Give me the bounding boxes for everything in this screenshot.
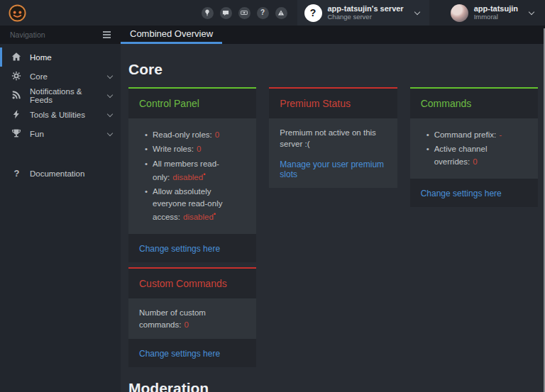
chevron-down-icon	[107, 111, 113, 116]
change-settings-link[interactable]: Change settings here	[139, 349, 220, 359]
status-list: Read-only roles:0 Write roles:0 All memb…	[139, 129, 246, 223]
status-value: 0	[184, 320, 188, 329]
change-settings-link[interactable]: Change settings here	[139, 244, 220, 254]
card-title: Premium Status	[280, 98, 386, 109]
sidebar: Home Core	[0, 44, 121, 392]
status-dot: •	[203, 171, 205, 178]
card-premium-status: Premium Status Premium not active on thi…	[269, 87, 397, 188]
sidebar-item-label: Core	[30, 72, 102, 81]
user-menu[interactable]: app-tatsujin Immoral	[442, 0, 545, 26]
gears-icon	[11, 71, 22, 82]
billing-icon[interactable]	[238, 7, 251, 19]
chevron-down-icon	[107, 130, 113, 135]
user-menu-text: app-tatsujin Immoral	[474, 4, 518, 21]
body-row: Home Core	[0, 44, 545, 392]
status-item: Active channel overrides:0	[426, 143, 527, 168]
sidebar-item-notifications-feeds[interactable]: Notifications & Feeds	[0, 86, 121, 105]
user-role: Immoral	[474, 13, 518, 21]
sidebar-item-documentation[interactable]: ? Documentation	[0, 164, 121, 183]
bolt-icon	[11, 109, 22, 120]
status-label: Active channel overrides:	[434, 145, 488, 165]
sidebar-item-fun[interactable]: Fun	[0, 124, 121, 143]
help-icon[interactable]: ?	[257, 7, 269, 19]
section-title: Moderation	[128, 380, 538, 392]
app-window: ? ? app-tatsujin's server Change server …	[0, 0, 545, 392]
tab-bar: Combined Overview	[121, 26, 545, 44]
main-content: Core Control Panel Read-only roles:0 Wri	[121, 44, 545, 392]
tab-combined-overview[interactable]: Combined Overview	[121, 26, 222, 44]
change-server-label: Change server	[328, 13, 404, 21]
sidebar-item-label: Fun	[30, 130, 102, 138]
card-custom-commands: Custom Commands Number of custom command…	[128, 267, 256, 366]
server-avatar: ?	[304, 4, 322, 22]
sidebar-item-label: Notifications & Feeds	[30, 87, 102, 104]
status-list: Command prefix:- Active channel override…	[421, 129, 527, 168]
username: app-tatsujin	[474, 4, 518, 13]
secondary-bar: Navigation Combined Overview	[0, 26, 545, 44]
status-item: Read-only roles:0	[145, 129, 246, 141]
sidebar-item-label: Documentation	[30, 169, 112, 178]
server-selector[interactable]: ? app-tatsujin's server Change server	[297, 0, 429, 26]
chevron-down-icon	[414, 9, 419, 14]
chevron-down-icon	[107, 72, 113, 78]
change-settings-link[interactable]: Change settings here	[421, 189, 502, 198]
status-value: disabled	[172, 173, 203, 181]
top-header-bar: ? ? app-tatsujin's server Change server …	[0, 0, 545, 26]
sidebar-item-tools-utilities[interactable]: Tools & Utilities	[0, 105, 121, 124]
bot-logo-icon[interactable]	[9, 4, 26, 22]
status-value: 0	[473, 157, 477, 166]
section-moderation: Moderation Moderation Report command:dis…	[128, 380, 538, 392]
section-core: Core Control Panel Read-only roles:0 Wri	[128, 61, 538, 367]
status-item: All members read-only:disabled•	[145, 158, 246, 184]
chevron-down-icon	[107, 91, 113, 97]
status-item: Command prefix:-	[426, 129, 527, 141]
sidebar-item-label: Tools & Utilities	[30, 111, 102, 119]
chat-icon[interactable]	[220, 7, 232, 19]
sidebar-item-label: Home	[30, 53, 112, 62]
home-icon	[11, 52, 22, 62]
card-commands: Commands Command prefix:- Active channel…	[410, 87, 538, 207]
status-item: Write roles:0	[145, 143, 246, 155]
server-selector-text: app-tatsujin's server Change server	[328, 4, 404, 21]
sidebar-item-home[interactable]: Home	[0, 47, 121, 67]
status-label: Command prefix:	[434, 130, 497, 139]
status-value: -	[499, 130, 502, 139]
status-item: Allow absolutely everyone read-only acce…	[145, 186, 246, 224]
status-dot: •	[214, 211, 216, 218]
trophy-icon	[11, 128, 22, 139]
status-value: 0	[197, 145, 201, 153]
hamburger-menu-icon[interactable]	[103, 31, 111, 38]
card-title: Commands	[421, 98, 527, 109]
status-value: 0	[215, 130, 219, 139]
card-control-panel: Control Panel Read-only roles:0 Write ro…	[128, 87, 256, 262]
card-title: Custom Commands	[139, 278, 246, 289]
question-icon: ?	[11, 168, 22, 179]
sidebar-header: Navigation	[0, 26, 121, 44]
premium-status-text: Premium not active on this server :(	[280, 127, 386, 150]
card-title: Control Panel	[139, 98, 246, 109]
navigation-label: Navigation	[10, 30, 45, 39]
alert-icon[interactable]	[275, 7, 287, 19]
chevron-down-icon	[529, 9, 534, 14]
lightbulb-icon[interactable]	[202, 7, 214, 19]
status-label: Write roles:	[153, 145, 194, 153]
custom-commands-count: Number of custom commands:0	[139, 307, 246, 330]
user-avatar	[451, 4, 468, 22]
help-icon-glyph: ?	[260, 9, 265, 16]
status-label: Read-only roles:	[153, 130, 212, 139]
server-name: app-tatsujin's server	[328, 4, 404, 13]
status-value: disabled	[183, 213, 214, 221]
sidebar-item-core[interactable]: Core	[0, 67, 121, 86]
rss-icon	[11, 90, 22, 101]
manage-premium-link[interactable]: Manage your user premium slots	[280, 159, 386, 179]
section-title: Core	[128, 61, 538, 78]
header-icon-buttons: ?	[202, 7, 297, 19]
